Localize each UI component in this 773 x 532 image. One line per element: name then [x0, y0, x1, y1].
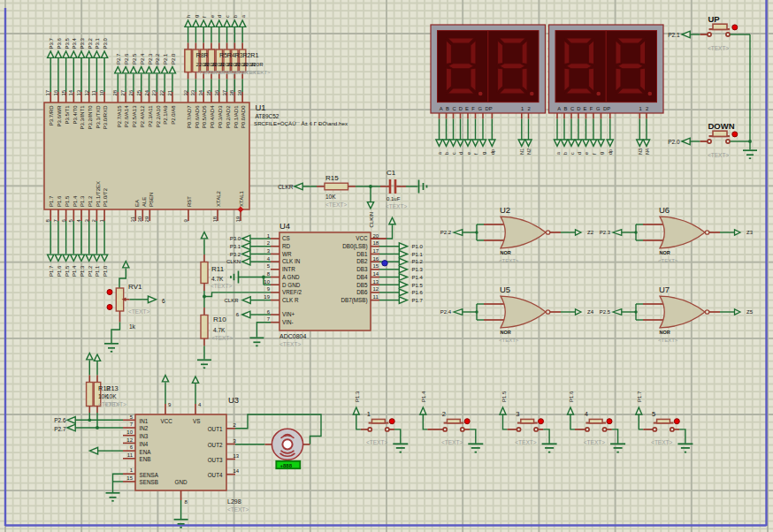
svg-text:<TEXT>: <TEXT>	[658, 338, 678, 343]
svg-text:P2.6: P2.6	[54, 417, 66, 423]
svg-text:NOR: NOR	[501, 330, 511, 335]
svg-text:<TEXT>: <TEXT>	[584, 439, 605, 445]
svg-text:<TEXT>: <TEXT>	[499, 258, 519, 263]
svg-text:+888: +888	[280, 463, 293, 468]
svg-text:1: 1	[521, 106, 524, 111]
svg-text:13: 13	[76, 89, 81, 95]
svg-text:<TEXT>: <TEXT>	[210, 283, 232, 289]
svg-text:VIN-: VIN-	[282, 319, 294, 325]
svg-text:P1.3: P1.3	[80, 195, 85, 207]
svg-text:10: 10	[99, 89, 104, 95]
svg-text:P2.7/A15: P2.7/A15	[117, 105, 122, 127]
svg-text:10K: 10K	[325, 194, 336, 200]
svg-text:P1.2: P1.2	[88, 265, 93, 277]
svg-text:P2.7: P2.7	[116, 53, 121, 65]
svg-text:E: E	[584, 106, 587, 111]
svg-text:L298: L298	[227, 498, 241, 505]
svg-text:e: e	[466, 152, 471, 155]
svg-text:C: C	[570, 106, 574, 111]
svg-text:0.1uF: 0.1uF	[386, 196, 401, 201]
svg-text:D: D	[577, 106, 580, 111]
svg-text:<TEXT>: <TEXT>	[105, 401, 126, 407]
svg-text:VCC: VCC	[161, 418, 173, 424]
svg-text:DB3: DB3	[356, 266, 368, 272]
svg-text:14: 14	[373, 271, 379, 277]
svg-text:35: 35	[206, 89, 211, 95]
svg-text:P2.4/A12: P2.4/A12	[140, 105, 145, 127]
svg-text:IN2: IN2	[140, 425, 149, 431]
svg-text:P2.4: P2.4	[140, 53, 145, 65]
svg-text:P2.5: P2.5	[600, 309, 611, 315]
svg-text:2: 2	[442, 410, 446, 418]
svg-text:P1.5: P1.5	[501, 391, 507, 402]
svg-text:U3: U3	[228, 395, 239, 405]
svg-text:DP: DP	[603, 106, 610, 111]
svg-text:P3.2/INT0: P3.2/INT0	[88, 105, 93, 130]
svg-text:<TEXT>: <TEXT>	[279, 341, 301, 347]
svg-text:P3.6/WR: P3.6/WR	[57, 105, 62, 127]
svg-text:P1.6: P1.6	[412, 290, 424, 295]
svg-text:34: 34	[198, 89, 203, 95]
svg-text:ADC0804: ADC0804	[279, 333, 306, 339]
svg-text:1: 1	[639, 106, 642, 111]
svg-text:P1.0: P1.0	[103, 265, 108, 277]
svg-text:RST: RST	[187, 196, 192, 207]
svg-text:P1.7: P1.7	[637, 391, 642, 402]
svg-text:16: 16	[373, 256, 379, 262]
svg-text:d: d	[217, 15, 222, 18]
svg-text:<TEXT>: <TEXT>	[708, 45, 729, 51]
svg-text:C1: C1	[386, 169, 396, 177]
svg-text:P1.4: P1.4	[412, 275, 424, 280]
svg-text:ALE: ALE	[142, 197, 147, 207]
svg-text:h: h	[186, 15, 191, 18]
svg-text:P2.6/A14: P2.6/A14	[124, 105, 129, 127]
svg-text:Z3: Z3	[746, 230, 754, 235]
svg-text:P1.7: P1.7	[49, 265, 54, 277]
svg-text:P2.4: P2.4	[440, 309, 452, 315]
svg-text:P1.4: P1.4	[72, 265, 77, 277]
svg-text:P3.3: P3.3	[80, 37, 85, 49]
svg-text:IN4: IN4	[140, 441, 149, 447]
svg-text:33: 33	[190, 89, 195, 95]
svg-text:N2: N2	[526, 148, 532, 155]
svg-text:<TEXT>: <TEXT>	[325, 201, 347, 208]
svg-text:19: 19	[264, 294, 270, 300]
svg-text:VREF/2: VREF/2	[282, 289, 302, 295]
svg-text:P3.3/INT1: P3.3/INT1	[80, 105, 85, 130]
svg-text:CLK R: CLK R	[282, 297, 299, 303]
svg-text:21: 21	[167, 89, 172, 95]
svg-text:e: e	[584, 152, 589, 155]
svg-text:P0.0/AD0: P0.0/AD0	[241, 105, 246, 128]
svg-text:P2.3/A11: P2.3/A11	[148, 105, 153, 127]
svg-text:g: g	[194, 15, 199, 18]
svg-text:AT89C52: AT89C52	[256, 113, 279, 119]
svg-text:14: 14	[68, 89, 73, 95]
svg-text:R10: R10	[213, 315, 226, 323]
svg-text:P3.5: P3.5	[65, 37, 70, 49]
svg-text:28: 28	[112, 89, 118, 95]
svg-text:P2.5/A13: P2.5/A13	[132, 105, 137, 127]
svg-text:P3.0: P3.0	[103, 37, 108, 49]
svg-text:G: G	[596, 106, 601, 111]
svg-text:OUT2: OUT2	[208, 442, 223, 448]
svg-text:A: A	[440, 106, 443, 111]
svg-text:<TEXT>: <TEXT>	[386, 203, 407, 209]
svg-text:ENA: ENA	[140, 449, 152, 455]
svg-text:P3.1: P3.1	[95, 37, 100, 49]
svg-text:P0.2/AD2: P0.2/AD2	[226, 105, 231, 128]
svg-text:P2.3: P2.3	[148, 53, 153, 65]
svg-text:c: c	[451, 152, 456, 155]
svg-text:XTAL1: XTAL1	[239, 190, 244, 207]
svg-text:OUT4: OUT4	[208, 472, 223, 478]
svg-text:c: c	[225, 15, 230, 18]
svg-text:NOR: NOR	[660, 250, 670, 255]
svg-text:UP: UP	[708, 14, 721, 24]
svg-text:P1.7: P1.7	[412, 298, 424, 303]
svg-text:P2.2/A10: P2.2/A10	[156, 105, 161, 127]
svg-text:P2.2: P2.2	[155, 53, 160, 65]
svg-text:NOR: NOR	[501, 250, 511, 255]
svg-text:RV1: RV1	[128, 283, 142, 291]
svg-text:18: 18	[373, 240, 379, 246]
svg-text:<TEXT>: <TEXT>	[499, 338, 519, 343]
svg-text:15: 15	[126, 475, 133, 481]
